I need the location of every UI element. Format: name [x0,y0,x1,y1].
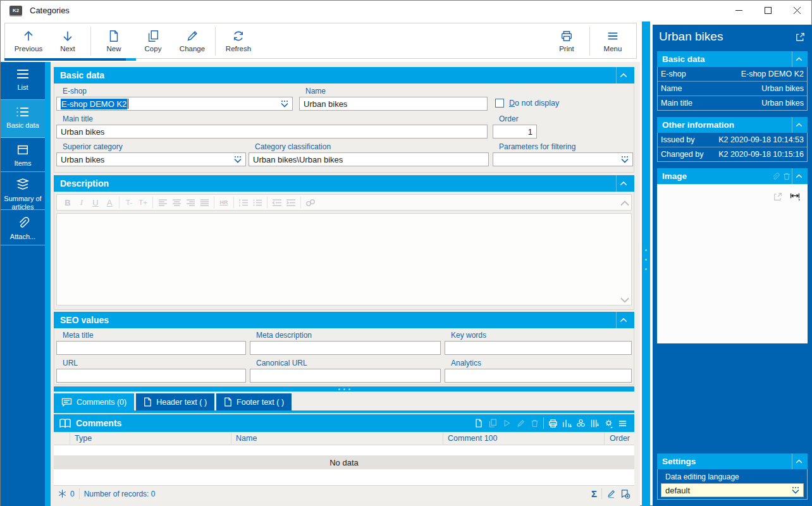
delete-record-icon[interactable] [527,416,541,430]
sidebar-item-list[interactable]: List [1,62,45,100]
delete-image-icon[interactable] [782,172,791,181]
new-button[interactable]: New [94,25,133,57]
order-input[interactable] [493,125,537,139]
parameters-dropdown[interactable] [493,152,633,166]
font-color-icon[interactable]: A [103,196,116,209]
refresh-icon [231,29,245,43]
name-input[interactable] [299,97,488,111]
indent-icon[interactable] [285,196,297,209]
refresh-button[interactable]: Refresh [219,25,258,57]
font-smaller-icon[interactable]: T- [123,196,135,209]
key-words-input[interactable] [445,341,632,355]
italic-icon[interactable]: I [75,196,88,209]
bold-icon[interactable]: B [61,196,74,209]
maximize-button[interactable] [753,1,782,20]
tab-footer-text[interactable]: Footer text ( ) [216,393,292,410]
eshop-dropdown[interactable]: E-shop DEMO K2 [56,97,293,111]
column-comment[interactable]: Comment 100 [443,432,605,445]
url-input[interactable] [56,369,246,383]
dropdown-icon[interactable] [790,486,801,495]
print-button[interactable]: Print [547,25,586,57]
meta-description-input[interactable] [250,341,441,355]
justify-icon[interactable] [198,196,211,209]
unordered-list-icon[interactable] [251,196,264,209]
stretch-image-icon[interactable] [789,192,801,202]
collapse-chevron-icon[interactable] [792,117,805,133]
dropdown-icon[interactable] [233,155,243,164]
external-link-icon[interactable] [795,32,806,42]
sidebar-item-summary-of-articles[interactable]: Summary of articles [1,172,45,210]
quick-edit-icon[interactable] [606,489,616,498]
preview-basic-data-body: E-shop E-shop DEMO K2 Name Urban bikes M… [657,67,808,111]
column-order[interactable]: Order [605,432,634,445]
font-larger-icon[interactable]: T+ [137,196,149,209]
print-grid-icon[interactable] [546,416,560,430]
column-type[interactable]: Type [70,432,231,445]
scroll-down-icon[interactable] [620,297,630,303]
category-classification-label: Category classification [249,142,331,151]
change-button[interactable]: Change [173,25,212,57]
superior-category-label: Superior category [56,142,123,151]
category-classification-input[interactable] [249,152,489,166]
data-editing-language-dropdown[interactable]: default [661,483,804,497]
minimize-button[interactable] [724,1,753,20]
previous-button[interactable]: Previous [9,25,48,57]
grid-menu-icon[interactable] [615,416,629,430]
document-icon [107,29,121,43]
sidebar-item-basic-data[interactable]: Basic data [1,100,45,138]
preview-image-area[interactable] [657,184,808,343]
collapse-chevron-icon[interactable] [792,454,805,469]
sidebar-item-attachments[interactable]: Attach... [1,210,45,245]
scroll-up-icon[interactable] [620,201,630,206]
underline-icon[interactable]: U [89,196,102,209]
tab-comments[interactable]: Comments (0) [54,393,134,410]
collapse-chevron-icon[interactable] [616,67,631,83]
meta-title-input[interactable] [56,341,246,355]
run-icon[interactable] [500,416,514,430]
sum-icon[interactable]: Σ [591,488,597,499]
horizontal-rule-icon[interactable]: HR [218,196,230,209]
do-not-display-checkbox[interactable] [495,99,504,108]
main-title-input[interactable] [56,125,488,139]
row-selector-column[interactable] [54,432,70,445]
new-record-icon[interactable] [472,416,486,430]
tab-underline [54,410,634,413]
column-name[interactable]: Name [231,432,443,445]
next-button[interactable]: Next [48,25,87,57]
sidebar-item-items[interactable]: Items [1,138,45,172]
analytics-input[interactable] [445,369,632,383]
do-not-display-label[interactable]: Do not display [509,99,559,108]
canonical-url-input[interactable] [250,369,441,383]
tab-header-text[interactable]: Header text ( ) [136,393,214,410]
menu-button[interactable]: Menu [593,25,632,57]
edit-record-icon[interactable] [514,416,527,430]
vertical-splitter[interactable] [642,22,650,506]
settings-gear-icon[interactable] [601,416,615,430]
chart-icon[interactable] [560,416,574,430]
link-icon[interactable] [304,196,317,209]
copy-button[interactable]: Copy [133,25,173,57]
collapse-chevron-icon[interactable] [616,312,631,328]
attach-image-icon[interactable] [771,172,780,181]
align-center-icon[interactable] [170,196,183,209]
window-title: Categories [30,6,70,15]
outdent-icon[interactable] [271,196,283,209]
dropdown-icon[interactable] [620,155,630,164]
ordered-list-icon[interactable] [237,196,250,209]
copy-record-icon[interactable] [486,416,500,430]
align-right-icon[interactable] [184,196,197,209]
horizontal-splitter[interactable] [54,386,634,392]
columns-icon[interactable] [587,416,601,430]
open-image-icon[interactable] [773,192,783,202]
grouping-icon[interactable] [574,416,587,430]
collapse-chevron-icon[interactable] [792,168,805,184]
add-note-icon[interactable] [620,488,631,499]
dropdown-icon[interactable] [280,99,290,108]
description-editor[interactable] [56,213,632,305]
align-left-icon[interactable] [156,196,169,209]
grid-toolbar [472,416,629,430]
close-button[interactable] [782,1,811,20]
collapse-chevron-icon[interactable] [792,51,805,67]
collapse-chevron-icon[interactable] [616,175,631,192]
superior-category-dropdown[interactable]: Urban bikes [56,152,246,166]
